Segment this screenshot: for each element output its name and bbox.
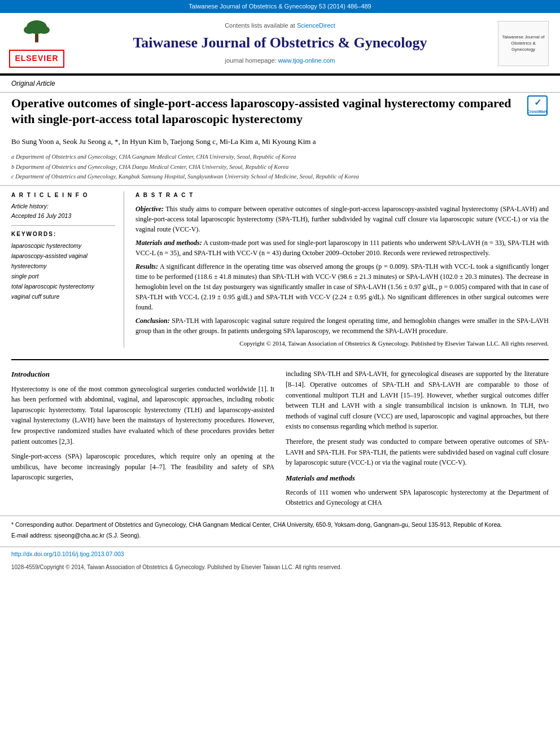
svg-point-3 — [24, 26, 35, 34]
abstract-column: A B S T R A C T Objective: This study ai… — [135, 191, 549, 348]
abstract-conclusion: Conclusion: SPA-TLH with laparoscopic va… — [135, 316, 549, 336]
abstract-heading: A B S T R A C T — [135, 191, 549, 199]
elsevier-wordmark: ELSEVIER — [9, 50, 64, 68]
journal-citation: Taiwanese Journal of Obstetrics & Gyneco… — [189, 3, 371, 10]
footnotes: * Corresponding author. Department of Ob… — [0, 516, 560, 547]
methods-para-1: Records of 111 women who underwent SPA l… — [286, 487, 549, 508]
keyword-1: laparoscopic hysterectomy — [11, 241, 115, 251]
keyword-5: vaginal cuff suture — [11, 292, 115, 302]
body-divider — [11, 359, 549, 360]
keywords-heading: Keywords: — [11, 230, 115, 238]
article-info-heading: A R T I C L E I N F O — [11, 191, 115, 199]
methods-heading: Materials and methods — [286, 473, 549, 484]
keywords-section: Keywords: laparoscopic hysterectomy lapa… — [11, 230, 115, 302]
authors-section: Bo Sung Yoon a, Seok Ju Seong a, *, In H… — [0, 133, 560, 185]
affiliation-a: a Department of Obstetrics and Gynecolog… — [11, 152, 549, 161]
email-footnote: E-mail address: sjseong@cha.ac.kr (S.J. … — [11, 531, 549, 540]
science-direct-info: Contents lists available at ScienceDirec… — [71, 21, 489, 30]
svg-point-4 — [38, 26, 50, 34]
corresponding-author: * Corresponding author. Department of Ob… — [11, 521, 549, 530]
abstract-text: Objective: This study aims to compare be… — [135, 204, 549, 336]
elsevier-logo-area: ELSEVIER — [11, 19, 62, 68]
keyword-3: single port — [11, 272, 115, 282]
keyword-2: laparoscopy-assisted vaginal hysterectom… — [11, 251, 115, 272]
affiliation-b: b Department of Obstetrics and Gynecolog… — [11, 163, 549, 172]
abstract-objective: Objective: This study aims to compare be… — [135, 204, 549, 234]
doi-link[interactable]: http://dx.doi.org/10.1016/j.tjog.2013.07… — [11, 551, 124, 557]
intro-para-1: Hysterectomy is one of the most common g… — [11, 384, 274, 447]
affiliation-c: c Department of Obstetrics and Gynecolog… — [11, 172, 549, 181]
abstract-results: Results: A significant difference in the… — [135, 261, 549, 312]
intro-para-2: Single-port-access (SPA) laparoscopic pr… — [11, 451, 274, 483]
body-right-para-2: Therefore, the present study was conduct… — [286, 436, 549, 468]
body-content: Introduction Hysterectomy is one of the … — [0, 366, 560, 516]
accepted-date: Accepted 16 July 2013 — [11, 212, 115, 220]
body-left-column: Introduction Hysterectomy is one of the … — [11, 369, 274, 513]
journal-homepage: journal homepage: www.tjog-online.com — [71, 56, 489, 65]
body-right-para-1: including SPA-TLH and SPA-LAVH, for gyne… — [286, 369, 549, 432]
article-title: Operative outcomes of single-port-access… — [11, 95, 526, 128]
crossmark-badge: ✓ CrossMark — [526, 95, 549, 116]
abstract-copyright: Copyright © 2014, Taiwan Association of … — [135, 339, 549, 348]
top-bar: Taiwanese Journal of Obstetrics & Gyneco… — [0, 0, 560, 13]
elsevier-tree-icon — [17, 19, 56, 50]
author-names: Bo Sung Yoon a, Seok Ju Seong a, *, In H… — [11, 136, 549, 148]
affiliations: a Department of Obstetrics and Gynecolog… — [11, 152, 549, 181]
main-content: A R T I C L E I N F O Article history: A… — [0, 186, 560, 353]
history-label: Article history: — [11, 202, 115, 211]
homepage-url[interactable]: www.tjog-online.com — [278, 57, 335, 64]
keywords-list: laparoscopic hysterectomy laparoscopy-as… — [11, 241, 115, 302]
article-type: Original Article — [0, 76, 560, 92]
journal-cover-image: Taiwanese Journal of Obstetrics & Gyneco… — [498, 21, 549, 66]
copyright-bottom: 1028-4559/Copyright © 2014, Taiwan Assoc… — [0, 561, 560, 574]
article-info-column: A R T I C L E I N F O Article history: A… — [11, 191, 124, 348]
article-header: Operative outcomes of single-port-access… — [0, 93, 560, 133]
abstract-methods: Materials and methods: A custom-made por… — [135, 238, 549, 258]
introduction-heading: Introduction — [11, 369, 274, 380]
keyword-4: total laparoscopic hysterectomy — [11, 282, 115, 292]
journal-header: ELSEVIER Contents lists available at Sci… — [0, 13, 560, 75]
body-right-column: including SPA-TLH and SPA-LAVH, for gyne… — [286, 369, 549, 513]
article-history: Article history: Accepted 16 July 2013 — [11, 202, 115, 220]
svg-rect-2 — [35, 34, 38, 42]
crossmark-icon: ✓ CrossMark — [527, 95, 548, 116]
science-direct-link[interactable]: ScienceDirect — [297, 22, 335, 29]
journal-title-area: Contents lists available at ScienceDirec… — [71, 21, 489, 65]
journal-name: Taiwanese Journal of Obstetrics & Gyneco… — [71, 33, 489, 53]
doi-section: http://dx.doi.org/10.1016/j.tjog.2013.07… — [0, 547, 560, 562]
